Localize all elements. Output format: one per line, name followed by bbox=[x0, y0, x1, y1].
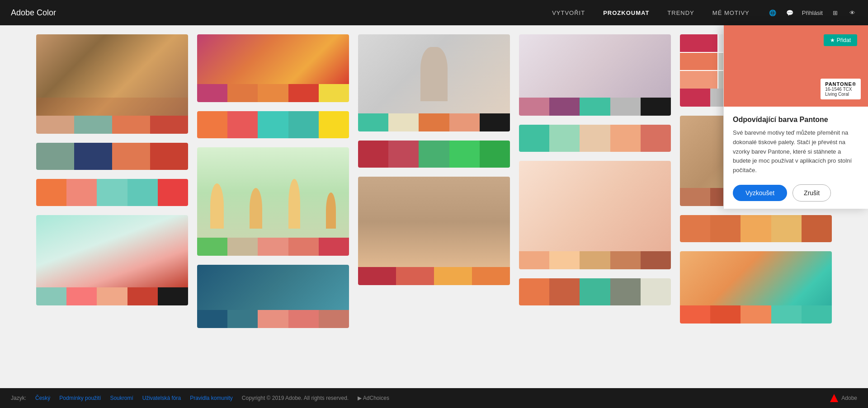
swatch bbox=[197, 84, 227, 102]
swatch bbox=[641, 98, 671, 116]
swatch bbox=[519, 278, 549, 305]
footer-community-link[interactable]: Pravidla komunity bbox=[190, 395, 233, 401]
swatch bbox=[419, 141, 449, 168]
swatch bbox=[610, 125, 641, 152]
card-image-dried bbox=[519, 34, 671, 98]
flower bbox=[250, 188, 262, 229]
color-strip-flowers bbox=[197, 238, 349, 256]
grid-icon[interactable]: ⊞ bbox=[830, 8, 840, 18]
pantone-add-row: ★ Přidat bbox=[824, 31, 863, 46]
swatch bbox=[36, 143, 74, 170]
nav-link-me-motivy[interactable]: MÉ MOTIVY bbox=[712, 9, 750, 16]
pantone-actions: Vyzkoušet Zrušit bbox=[733, 184, 859, 202]
card-oranges bbox=[680, 251, 832, 324]
swatch bbox=[580, 98, 610, 116]
adobe-logo-icon bbox=[830, 394, 839, 403]
login-button[interactable]: Přihlásit bbox=[802, 9, 823, 16]
swatch bbox=[549, 98, 580, 116]
flower bbox=[288, 179, 300, 229]
footer-terms-link[interactable]: Podmínky použití bbox=[59, 395, 101, 401]
swatch bbox=[741, 305, 771, 324]
card-image-man bbox=[358, 177, 510, 267]
swatch bbox=[396, 267, 434, 285]
card-orange-teal bbox=[36, 179, 188, 206]
pantone-add-button[interactable]: ★ Přidat bbox=[824, 34, 857, 46]
nav-item-me-motivy[interactable]: MÉ MOTIVY bbox=[712, 9, 750, 17]
swatch bbox=[127, 287, 158, 305]
column-3 bbox=[358, 34, 510, 285]
swatch bbox=[641, 125, 671, 152]
swatch bbox=[127, 179, 158, 206]
footer-adchoices: ▶ AdChoices bbox=[358, 395, 389, 401]
nav-link-prozkoumat[interactable]: PROZKOUMAT bbox=[603, 9, 649, 16]
pantone-body: Odpovídající barva Pantone Své barevné m… bbox=[724, 107, 868, 209]
color-strip-man bbox=[358, 267, 510, 285]
swatch bbox=[480, 113, 510, 131]
footer-language-label: Jazyk: bbox=[11, 395, 26, 401]
eye-icon[interactable]: 👁 bbox=[847, 8, 857, 18]
swatch bbox=[680, 215, 710, 242]
person-silhouette bbox=[420, 47, 448, 101]
card-image-abstract bbox=[197, 34, 349, 84]
color-strip-dark-green bbox=[358, 141, 510, 168]
swatch bbox=[258, 111, 288, 138]
pantone-try-button[interactable]: Vyzkoušet bbox=[733, 185, 787, 201]
swatch bbox=[449, 141, 480, 168]
swatch bbox=[258, 238, 288, 256]
card-slate-navy bbox=[36, 143, 188, 170]
footer-privacy-link[interactable]: Soukromí bbox=[110, 395, 133, 401]
swatch bbox=[36, 287, 66, 305]
color-strip-palm bbox=[36, 287, 188, 305]
card-man-portrait bbox=[358, 177, 510, 285]
swatch bbox=[227, 84, 258, 102]
footer-forum-link[interactable]: Uživatelská fóra bbox=[142, 395, 181, 401]
card-teal-yellow bbox=[197, 111, 349, 138]
swatch bbox=[74, 143, 112, 170]
swatch bbox=[319, 111, 349, 138]
card-palm bbox=[36, 215, 188, 305]
nav-item-trendy[interactable]: TRENDY bbox=[667, 9, 694, 17]
swatch bbox=[519, 125, 549, 152]
chat-icon[interactable]: 💬 bbox=[785, 8, 795, 18]
card-flowers bbox=[197, 147, 349, 256]
swatch bbox=[319, 84, 349, 102]
card-woman-illustration bbox=[519, 161, 671, 269]
swatch bbox=[97, 179, 127, 206]
swatch bbox=[519, 98, 549, 116]
card-teal-dark bbox=[197, 265, 349, 328]
swatch bbox=[36, 179, 66, 206]
nav-item-vytvorit[interactable]: VYTVOŘIT bbox=[552, 9, 585, 17]
pantone-cancel-button[interactable]: Zrušit bbox=[793, 184, 831, 202]
globe-icon[interactable]: 🌐 bbox=[768, 8, 778, 18]
nav-item-prozkoumat[interactable]: PROZKOUMAT bbox=[603, 9, 649, 17]
pantone-name: Living Coral bbox=[825, 92, 856, 97]
color-strip-orange bbox=[36, 179, 188, 206]
nav-link-trendy[interactable]: TRENDY bbox=[667, 9, 694, 16]
footer-language-link[interactable]: Český bbox=[35, 395, 50, 401]
pantone-badge: PANTONE® 16-1546 TCX Living Coral bbox=[821, 79, 861, 99]
column-4 bbox=[519, 34, 671, 305]
pantone-code: 16-1546 TCX bbox=[825, 87, 856, 92]
swatch bbox=[227, 111, 258, 138]
swatch bbox=[227, 238, 258, 256]
card-image-teal-dark bbox=[197, 265, 349, 310]
swatch bbox=[549, 251, 580, 269]
card-dried-flowers bbox=[519, 34, 671, 116]
swatch bbox=[197, 238, 227, 256]
swatch bbox=[158, 179, 188, 206]
pantone-description: Své barevné motivy teď můžete přeměnit n… bbox=[733, 128, 859, 175]
swatch bbox=[288, 238, 319, 256]
swatch bbox=[112, 116, 150, 134]
footer-copyright: Copyright © 2019 Adobe. All rights reser… bbox=[242, 395, 349, 401]
image-overlay bbox=[36, 98, 188, 116]
color-strip-salmon bbox=[519, 278, 671, 305]
nav-link-vytvorit[interactable]: VYTVOŘIT bbox=[552, 9, 585, 16]
swatch bbox=[197, 310, 227, 328]
swatch bbox=[419, 113, 449, 131]
swatch bbox=[388, 141, 419, 168]
swatch bbox=[771, 305, 802, 324]
swatch bbox=[472, 267, 510, 285]
color-strip-abstract bbox=[197, 84, 349, 102]
card-image-oranges bbox=[680, 251, 832, 305]
card-image-palm bbox=[36, 215, 188, 287]
